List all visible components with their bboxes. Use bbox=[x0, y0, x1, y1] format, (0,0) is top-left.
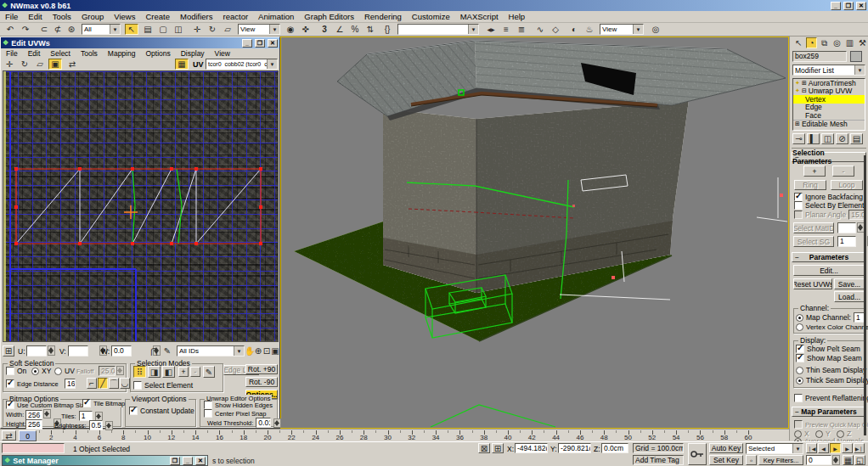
falloff-curve1-icon[interactable]: ⌐ bbox=[87, 378, 97, 389]
uv-mirror-icon[interactable]: ⇄ bbox=[65, 59, 79, 70]
stack-item-vertex[interactable]: Vertex bbox=[793, 95, 865, 104]
uvw-minimize-icon[interactable]: _ bbox=[242, 39, 252, 48]
menu-help[interactable]: Help bbox=[504, 11, 531, 22]
uv-canvas[interactable] bbox=[3, 70, 279, 342]
grow-uv-selection-button[interactable]: + bbox=[178, 367, 189, 377]
stack-item-unwrap-uvw[interactable]: ✦ ⊟ Unwrap UVW bbox=[793, 87, 865, 96]
bulb-icon[interactable]: ✦ bbox=[795, 87, 800, 94]
set-manager-restore-icon[interactable]: ❐ bbox=[170, 457, 180, 465]
select-rotate-icon[interactable]: ↻ bbox=[206, 24, 219, 35]
edge-mode-icon[interactable]: ◨ bbox=[148, 366, 161, 378]
configure-stack-icon[interactable]: ▤ bbox=[850, 133, 863, 144]
falloff-curve4-icon[interactable]: ◡ bbox=[120, 378, 130, 389]
tab-create-icon[interactable]: ↖ bbox=[793, 37, 804, 48]
uvw-close-icon[interactable]: ✕ bbox=[268, 39, 278, 48]
rot-minus90-button[interactable]: Rot. -90 bbox=[245, 377, 278, 387]
percent-snap-icon[interactable]: % bbox=[348, 24, 362, 35]
minimize-icon[interactable]: _ bbox=[831, 2, 841, 10]
menu-graph-editors[interactable]: Graph Editors bbox=[299, 11, 359, 22]
selection-filter-dropdown[interactable]: All ▼ bbox=[82, 24, 121, 35]
menu-reactor[interactable]: reactor bbox=[218, 11, 254, 22]
dropdown-arrow-icon[interactable]: ▼ bbox=[468, 25, 478, 34]
tiles-spinner[interactable] bbox=[95, 412, 103, 421]
lock-selection-icon[interactable]: ⋂ bbox=[147, 345, 161, 357]
tab-motion-icon[interactable]: ◎ bbox=[831, 37, 843, 48]
timeline-ruler[interactable]: 2468101214161820222426283032343638404244… bbox=[0, 430, 789, 442]
object-color-swatch[interactable] bbox=[850, 51, 862, 62]
height-field[interactable]: 256 bbox=[25, 419, 42, 430]
thin-seam-radio[interactable] bbox=[796, 367, 803, 374]
set-keys-button[interactable] bbox=[688, 443, 707, 465]
uvw-menu-file[interactable]: File bbox=[1, 48, 23, 59]
reset-uvws-button[interactable]: Reset UVWs bbox=[793, 278, 832, 289]
menu-create[interactable]: Create bbox=[140, 11, 175, 22]
center-pixel-snap-checkbox[interactable] bbox=[204, 409, 212, 418]
shrink-selection-button[interactable]: - bbox=[832, 166, 854, 177]
loop-button[interactable]: Loop bbox=[831, 180, 863, 190]
zoom-icon[interactable]: ⊕ bbox=[254, 345, 262, 357]
select-move-icon[interactable]: ✛ bbox=[190, 24, 204, 35]
rollout-parameters[interactable]: − Parameters bbox=[792, 252, 866, 262]
select-link-icon[interactable]: ⊂ bbox=[37, 24, 51, 35]
current-frame-field[interactable]: 0 bbox=[806, 455, 831, 465]
edit-named-selections-icon[interactable]: {} bbox=[380, 24, 394, 35]
dropdown-arrow-icon[interactable]: ▼ bbox=[110, 25, 120, 34]
selection-region-icon[interactable]: ▢ bbox=[156, 24, 170, 35]
play-icon[interactable]: ▶ bbox=[830, 443, 841, 453]
set-key-button[interactable]: Set Key bbox=[709, 455, 743, 465]
prev-frame-icon[interactable]: ◀ bbox=[818, 443, 829, 453]
set-manager-window[interactable]: ❖ Set Manager ❐ _ ✕ bbox=[2, 455, 208, 466]
modifier-list-dropdown[interactable]: Modifier List ▼ bbox=[792, 65, 865, 76]
redo-icon[interactable]: ↷ bbox=[19, 24, 32, 35]
uvw-menu-mapping[interactable]: Mapping bbox=[103, 48, 141, 59]
maxscript-listener-field[interactable] bbox=[2, 443, 65, 453]
edge-distance-field[interactable]: 16 bbox=[65, 379, 76, 389]
ring-button[interactable]: Ring bbox=[794, 180, 826, 190]
uvw-title-bar[interactable]: ❖ Edit UVWs _ ❐ ✕ bbox=[1, 37, 279, 48]
falloff-field[interactable]: 25.0 bbox=[99, 366, 116, 376]
brightness-spinner[interactable] bbox=[105, 421, 113, 430]
material-id-dropdown[interactable]: All IDs ▼ bbox=[177, 345, 245, 357]
use-pivot-center-icon[interactable]: ◉ bbox=[284, 24, 297, 35]
menu-customize[interactable]: Customize bbox=[407, 11, 455, 22]
angle-snap-icon[interactable]: ∠ bbox=[333, 24, 347, 35]
zoom-region-icon[interactable]: ⊡ bbox=[262, 345, 271, 357]
show-hidden-edges-checkbox[interactable] bbox=[204, 401, 212, 409]
remove-modifier-icon[interactable]: ⊘ bbox=[836, 133, 848, 144]
rollout-selection-parameters[interactable]: − Selection Parameters bbox=[792, 152, 866, 162]
dropdown-arrow-icon[interactable]: ▼ bbox=[269, 25, 279, 34]
unlink-icon[interactable]: ⊄ bbox=[51, 24, 65, 35]
go-start-icon[interactable]: ❘◀ bbox=[806, 443, 817, 453]
dropdown-arrow-icon[interactable]: ▼ bbox=[234, 346, 244, 356]
quick-render-icon[interactable]: ◎ bbox=[649, 24, 662, 35]
shrink-uv-selection-button[interactable]: - bbox=[190, 367, 200, 377]
lock-selection-toggle-icon[interactable]: ⊠ bbox=[478, 443, 490, 453]
rot-plus90-button[interactable]: Rot. +90 bbox=[245, 364, 278, 374]
time-slider[interactable]: 0 bbox=[19, 430, 37, 441]
bind-spacewarp-icon[interactable]: ⊛ bbox=[65, 24, 78, 35]
paint-select-mode-icon[interactable]: ✎ bbox=[203, 366, 215, 378]
uvw-menu-options[interactable]: Options bbox=[140, 48, 175, 59]
select-scale-icon[interactable]: ▱ bbox=[221, 24, 234, 35]
set-manager-minimize-icon[interactable]: _ bbox=[183, 457, 193, 465]
constant-update-checkbox[interactable] bbox=[129, 407, 138, 415]
make-unique-icon[interactable]: ◫ bbox=[821, 133, 834, 144]
select-matid-button[interactable]: Select MatID bbox=[793, 222, 834, 233]
align-icon[interactable]: ≡ bbox=[499, 24, 513, 35]
x-coordinate-field[interactable]: -494.182cm bbox=[515, 443, 548, 453]
use-custom-bitmap-checkbox[interactable] bbox=[6, 401, 14, 409]
node-icon[interactable]: ⊞ bbox=[802, 80, 807, 87]
soft-xy-radio[interactable] bbox=[31, 368, 39, 375]
auto-key-button[interactable]: Auto Key bbox=[709, 443, 743, 453]
tab-modify-icon[interactable]: ◔ bbox=[806, 37, 817, 48]
select-by-element-checkbox[interactable] bbox=[794, 201, 803, 210]
node-icon[interactable]: ⊞ bbox=[795, 121, 800, 127]
vertex-color-radio[interactable] bbox=[796, 323, 803, 331]
u-field[interactable] bbox=[26, 345, 47, 357]
go-end-icon[interactable]: ▶❘ bbox=[854, 443, 865, 453]
bulb-icon[interactable]: ✦ bbox=[795, 80, 800, 87]
matid-field[interactable] bbox=[837, 222, 856, 233]
close-icon[interactable]: ✕ bbox=[856, 2, 866, 10]
weld-threshold-spinner[interactable] bbox=[273, 418, 281, 428]
schematic-view-icon[interactable]: ◇ bbox=[549, 24, 562, 35]
